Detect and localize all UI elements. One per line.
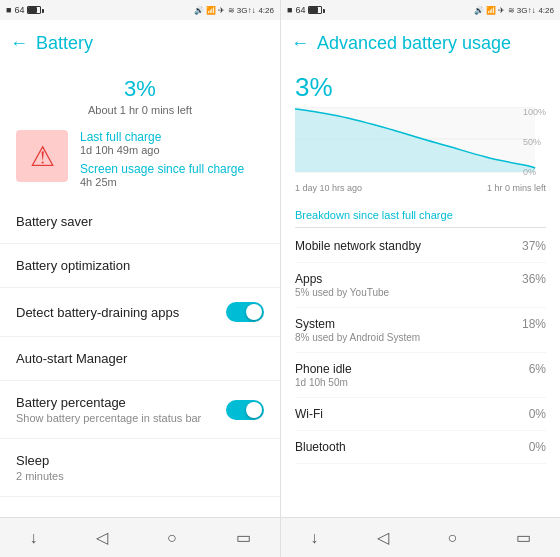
right-panel: ■ 64 🔊 📶 ✈ ≋ 3G↑↓ 4:26 ← Advanced batter… [280, 0, 560, 557]
battery-level-right: 64 [295, 5, 305, 15]
battery-header: 3% About 1 hr 0 mins left [0, 66, 280, 130]
last-charge-value: 1d 10h 49m ago [80, 144, 244, 156]
back-button-left[interactable]: ← [10, 33, 28, 54]
menu-item-autostart[interactable]: Auto-start Manager [0, 337, 280, 381]
battery-info-box: ⚠ Last full charge 1d 10h 49m ago Screen… [0, 130, 280, 200]
chart-svg [295, 107, 546, 177]
chart-y-labels: 100% 50% 0% [523, 107, 546, 177]
menu-list: Battery saver Battery optimization Detec… [0, 200, 280, 517]
battery-percentage-toggle[interactable] [226, 400, 264, 420]
battery-time: About 1 hr 0 mins left [16, 104, 264, 116]
app-icon-left: ■ [6, 5, 11, 15]
chart-label-left: 1 day 10 hrs ago [295, 183, 362, 193]
breakdown-bluetooth[interactable]: Bluetooth 0% [295, 431, 546, 464]
nav-home-left[interactable]: ○ [167, 529, 177, 547]
chart-y-100: 100% [523, 107, 546, 117]
back-button-right[interactable]: ← [291, 33, 309, 54]
menu-item-battery-saver[interactable]: Battery saver [0, 200, 280, 244]
battery-percent: 3% [16, 76, 264, 102]
page-title-right: Advanced battery usage [317, 33, 511, 54]
breakdown-apps[interactable]: Apps 5% used by YouTube 36% [295, 263, 546, 308]
app-icon-right: ■ [287, 5, 292, 15]
nav-download-left[interactable]: ↓ [29, 529, 37, 547]
nav-bar-right: ← Advanced battery usage [281, 20, 560, 66]
detect-draining-toggle[interactable] [226, 302, 264, 322]
adv-percent: 3% [295, 66, 546, 107]
chart-x-labels: 1 day 10 hrs ago 1 hr 0 mins left [295, 183, 546, 193]
signal-left: 🔊 📶 ✈ ≋ 3G↑↓ [194, 6, 256, 15]
page-title-left: Battery [36, 33, 93, 54]
chart-y-50: 50% [523, 137, 546, 147]
menu-item-detect-draining[interactable]: Detect battery-draining apps [0, 288, 280, 337]
breakdown-phone-idle[interactable]: Phone idle 1d 10h 50m 6% [295, 353, 546, 398]
nav-back-left[interactable]: ◁ [96, 528, 108, 547]
menu-item-battery-percentage[interactable]: Battery percentage Show battery percenta… [0, 381, 280, 439]
battery-chart: 100% 50% 0% 1 day 10 hrs ago 1 hr 0 mins… [295, 107, 546, 197]
breakdown-system[interactable]: System 8% used by Android System 18% [295, 308, 546, 353]
breakdown-mobile-network[interactable]: Mobile network standby 37% [295, 230, 546, 263]
warning-icon: ⚠ [30, 140, 55, 173]
nav-back-right[interactable]: ◁ [377, 528, 389, 547]
bottom-nav-right: ↓ ◁ ○ ▭ [281, 517, 560, 557]
menu-item-battery-optimization[interactable]: Battery optimization [0, 244, 280, 288]
battery-details: Last full charge 1d 10h 49m ago Screen u… [80, 130, 244, 188]
battery-indicator-left [27, 6, 41, 14]
breakdown-header: Breakdown since last full charge [295, 201, 546, 228]
time-left: 4:26 [258, 6, 274, 15]
chart-y-0: 0% [523, 167, 546, 177]
nav-home-right[interactable]: ○ [447, 529, 457, 547]
nav-bar-left: ← Battery [0, 20, 280, 66]
screen-usage-value: 4h 25m [80, 176, 244, 188]
bottom-nav-left: ↓ ◁ ○ ▭ [0, 517, 280, 557]
status-bar-right: ■ 64 🔊 📶 ✈ ≋ 3G↑↓ 4:26 [281, 0, 560, 20]
breakdown-list: Mobile network standby 37% Apps 5% used … [295, 230, 546, 464]
nav-recents-right[interactable]: ▭ [516, 528, 531, 547]
left-panel: ■ 64 🔊 📶 ✈ ≋ 3G↑↓ 4:26 ← Battery 3% Abou… [0, 0, 280, 557]
last-charge-block: Last full charge 1d 10h 49m ago [80, 130, 244, 156]
time-right: 4:26 [538, 6, 554, 15]
last-charge-label: Last full charge [80, 130, 244, 144]
status-bar-left: ■ 64 🔊 📶 ✈ ≋ 3G↑↓ 4:26 [0, 0, 280, 20]
adv-content: 3% 100% 50% 0% 1 day 10 hrs ago [281, 66, 560, 517]
nav-download-right[interactable]: ↓ [310, 529, 318, 547]
battery-level-left: 64 [14, 5, 24, 15]
screen-usage-block: Screen usage since full charge 4h 25m [80, 162, 244, 188]
screen-usage-label: Screen usage since full charge [80, 162, 244, 176]
signal-right: 🔊 📶 ✈ ≋ 3G↑↓ [474, 6, 536, 15]
battery-indicator-right [308, 6, 322, 14]
breakdown-wifi[interactable]: Wi-Fi 0% [295, 398, 546, 431]
nav-recents-left[interactable]: ▭ [236, 528, 251, 547]
chart-label-right: 1 hr 0 mins left [487, 183, 546, 193]
menu-item-sleep[interactable]: Sleep 2 minutes [0, 439, 280, 497]
warning-icon-wrap: ⚠ [16, 130, 68, 182]
